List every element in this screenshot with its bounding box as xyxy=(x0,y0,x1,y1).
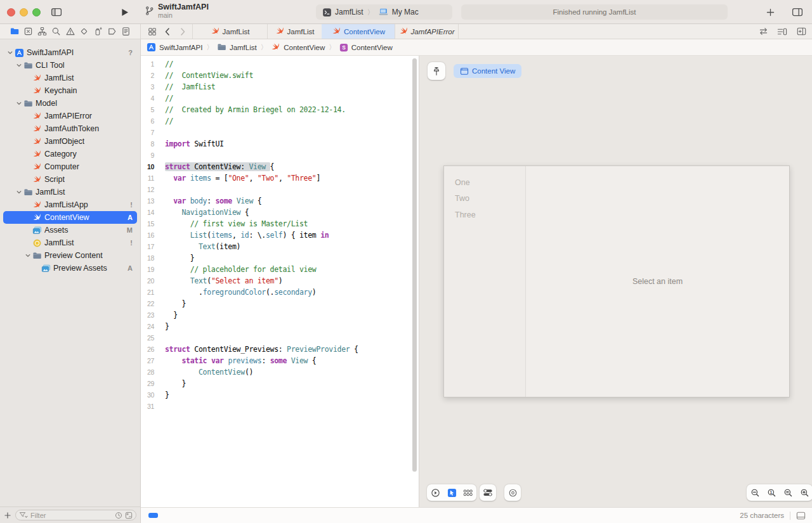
preview-list-item-two[interactable]: Two xyxy=(444,191,525,207)
project-status-widget[interactable]: SwiftJamfAPI main xyxy=(145,3,209,19)
jump-bar[interactable]: SwiftJamfAPI〉JamfList〉ContentView〉SConte… xyxy=(141,39,812,56)
related-items-icon[interactable] xyxy=(147,26,158,37)
window-close-button[interactable] xyxy=(7,8,15,16)
code-line-20[interactable]: 20 Text("Select an item") xyxy=(141,275,419,287)
library-add-icon[interactable] xyxy=(762,4,778,20)
run-button[interactable] xyxy=(116,4,133,20)
editor-tab-jamfapierror[interactable]: JamfAPIError xyxy=(395,24,458,39)
go-back-icon[interactable] xyxy=(162,26,173,37)
code-line-7[interactable]: 7 xyxy=(141,127,419,138)
recent-files-icon[interactable] xyxy=(115,512,122,519)
pin-preview-button[interactable] xyxy=(428,62,445,80)
sidebar-item-preview-assets[interactable]: Preview AssetsA xyxy=(3,262,137,274)
disclosure-chevron-icon[interactable] xyxy=(15,189,23,195)
code-line-1[interactable]: 1// xyxy=(141,58,419,70)
preview-list-pane[interactable]: OneTwoThree xyxy=(444,166,526,397)
sidebar-item-category[interactable]: Category xyxy=(3,148,137,160)
sidebar-item-jamflistapp[interactable]: JamfListApp! xyxy=(3,198,137,211)
code-line-10[interactable]: 10struct ContentView: View { xyxy=(141,161,419,172)
symbol-navigator-icon[interactable] xyxy=(37,26,48,37)
zoom-in-button[interactable] xyxy=(796,484,812,501)
source-control-navigator-icon[interactable] xyxy=(23,26,34,37)
code-line-21[interactable]: 21 .foregroundColor(.secondary) xyxy=(141,287,419,298)
code-line-13[interactable]: 13 var body: some View { xyxy=(141,195,419,207)
code-line-4[interactable]: 4// xyxy=(141,93,419,104)
code-line-31[interactable]: 31 xyxy=(141,401,419,412)
project-navigator-icon[interactable] xyxy=(9,26,20,37)
sidebar-item-jamflist[interactable]: JamfList xyxy=(3,186,137,198)
device-settings-button[interactable] xyxy=(480,484,496,501)
issue-navigator-icon[interactable] xyxy=(65,26,76,37)
editor-tab-jamflist[interactable]: JamfList xyxy=(192,24,267,39)
code-line-30[interactable]: 30} xyxy=(141,389,419,401)
add-file-icon[interactable] xyxy=(4,512,11,519)
jumpbar-segment-swiftjamfapi[interactable]: SwiftJamfAPI xyxy=(147,42,202,52)
sidebar-item-keychain[interactable]: Keychain xyxy=(3,84,137,97)
jumpbar-segment-contentview[interactable]: SContentView xyxy=(339,43,393,52)
jumpbar-segment-jamflist[interactable]: JamfList xyxy=(217,42,257,52)
preview-list-item-one[interactable]: One xyxy=(444,174,525,191)
add-editor-icon[interactable] xyxy=(796,26,807,37)
disclosure-chevron-icon[interactable] xyxy=(6,49,15,56)
code-line-14[interactable]: 14 NavigationView { xyxy=(141,207,419,218)
variants-grid-button[interactable] xyxy=(460,484,476,501)
toggle-left-sidebar-icon[interactable] xyxy=(48,4,65,20)
sidebar-item-jamfobject[interactable]: JamfObject xyxy=(3,135,137,148)
sidebar-item-script[interactable]: Script xyxy=(3,173,137,186)
live-preview-button[interactable] xyxy=(427,484,443,501)
find-navigator-icon[interactable] xyxy=(51,26,62,37)
test-navigator-icon[interactable] xyxy=(78,26,89,37)
selectable-mode-button[interactable] xyxy=(443,484,460,501)
debug-navigator-icon[interactable] xyxy=(92,26,103,37)
code-line-6[interactable]: 6// xyxy=(141,115,419,127)
window-zoom-button[interactable] xyxy=(32,8,41,16)
code-line-16[interactable]: 16 List(items, id: \.self) { item in xyxy=(141,229,419,241)
code-line-12[interactable]: 12 xyxy=(141,184,419,195)
sidebar-item-swiftjamfapi[interactable]: SwiftJamfAPI? xyxy=(3,46,137,59)
sidebar-item-cli-tool[interactable]: CLI Tool xyxy=(3,59,137,72)
scheme-selector[interactable]: JamfList 〉 My Mac xyxy=(316,4,452,20)
code-line-19[interactable]: 19 // placeholder for detail view xyxy=(141,264,419,275)
disclosure-chevron-icon[interactable] xyxy=(15,62,23,68)
code-line-2[interactable]: 2// ContentView.swift xyxy=(141,70,419,81)
code-line-22[interactable]: 22 } xyxy=(141,298,419,309)
code-line-28[interactable]: 28 ContentView() xyxy=(141,366,419,378)
window-minimize-button[interactable] xyxy=(20,8,28,16)
code-review-icon[interactable] xyxy=(757,26,769,37)
zoom-fit-button[interactable] xyxy=(780,484,796,501)
code-line-3[interactable]: 3// JamfList xyxy=(141,81,419,93)
source-control-status-icon[interactable] xyxy=(125,512,133,519)
code-editor[interactable]: 1//2// ContentView.swift3// JamfList4//5… xyxy=(141,56,419,507)
sidebar-item-jamfauthtoken[interactable]: JamfAuthToken xyxy=(3,122,137,135)
editor-tab-jamflist[interactable]: JamfList xyxy=(267,24,322,39)
sidebar-item-preview-content[interactable]: Preview Content xyxy=(3,249,137,262)
code-line-23[interactable]: 23 } xyxy=(141,309,419,321)
sidebar-item-jamflist[interactable]: JamfList! xyxy=(3,236,137,249)
code-line-8[interactable]: 8import SwiftUI xyxy=(141,138,419,150)
zoom-100-button[interactable]: 1 xyxy=(763,484,780,501)
editor-tab-contentview[interactable]: ContentView xyxy=(322,24,395,39)
report-navigator-icon[interactable] xyxy=(120,26,131,37)
sidebar-item-assets[interactable]: AssetsM xyxy=(3,224,137,236)
breakpoint-navigator-icon[interactable] xyxy=(106,26,117,37)
sidebar-item-contentview[interactable]: ContentViewA xyxy=(3,211,137,224)
filter-field[interactable]: Filter xyxy=(15,510,136,520)
go-forward-icon[interactable] xyxy=(177,26,188,37)
code-line-5[interactable]: 5// Created by Armin Briegel on 2022-12-… xyxy=(141,104,419,115)
code-line-9[interactable]: 9 xyxy=(141,150,419,161)
code-line-11[interactable]: 11 var items = ["One", "Two", "Three"] xyxy=(141,172,419,184)
zoom-out-button[interactable] xyxy=(747,484,763,501)
code-line-15[interactable]: 15 // first view is Master/List xyxy=(141,218,419,229)
toggle-right-inspector-icon[interactable] xyxy=(789,4,806,20)
sidebar-item-computer[interactable]: Computer xyxy=(3,160,137,173)
disclosure-chevron-icon[interactable] xyxy=(23,252,32,259)
preview-tab-pill[interactable]: Content View xyxy=(454,64,521,78)
disclosure-chevron-icon[interactable] xyxy=(15,100,23,107)
device-bezel-button[interactable] xyxy=(504,484,521,501)
editor-scrollbar[interactable] xyxy=(412,58,417,472)
sidebar-item-jamfapierror[interactable]: JamfAPIError xyxy=(3,110,137,122)
adjust-editor-options-icon[interactable] xyxy=(776,26,788,37)
code-line-18[interactable]: 18 } xyxy=(141,252,419,264)
sidebar-item-model[interactable]: Model xyxy=(3,97,137,110)
code-line-27[interactable]: 27 static var previews: some View { xyxy=(141,355,419,366)
